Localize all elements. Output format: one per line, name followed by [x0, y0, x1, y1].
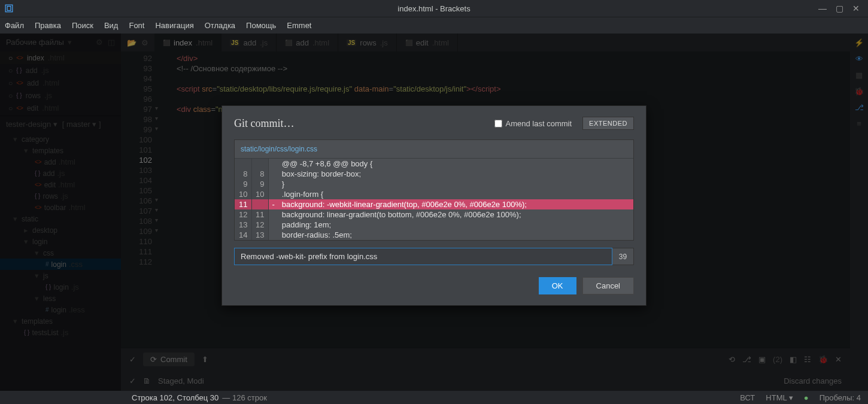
language-picker[interactable]: HTML ▾	[766, 393, 793, 402]
menu-font[interactable]: Font	[129, 21, 144, 30]
close-button[interactable]: ✕	[849, 4, 863, 13]
maximize-button[interactable]: ▢	[832, 4, 846, 13]
diff-file-path[interactable]: static/login/css/login.css	[235, 140, 633, 159]
status-bar: Строка 102, Столбец 30 — 126 строк ВСТ H…	[0, 391, 868, 404]
ok-button[interactable]: OK	[539, 277, 576, 294]
title-bar: index.html - Brackets — ▢ ✕	[0, 0, 868, 17]
diff-viewer: static/login/css/login.css @@ -8,7 +8,6 …	[234, 139, 634, 241]
extended-button[interactable]: EXTENDED	[582, 117, 634, 130]
app-logo-icon	[4, 3, 14, 14]
git-commit-dialog: Git commit… Amend last commit EXTENDED s…	[221, 105, 647, 306]
menu-файл[interactable]: Файл	[5, 21, 24, 30]
lint-status-icon[interactable]: ●	[804, 393, 809, 402]
cancel-button[interactable]: Cancel	[582, 277, 634, 294]
menu-навигация[interactable]: Навигация	[155, 21, 193, 30]
menu-поиск[interactable]: Поиск	[72, 21, 93, 30]
amend-checkbox[interactable]: Amend last commit	[494, 119, 572, 128]
insert-mode[interactable]: ВСТ	[740, 393, 755, 402]
modal-overlay: Git commit… Amend last commit EXTENDED s…	[0, 34, 868, 391]
window-title: index.html - Brackets	[0, 4, 868, 13]
svg-rect-1	[7, 7, 11, 11]
menu-вид[interactable]: Вид	[104, 21, 119, 30]
menu-отладка[interactable]: Отладка	[205, 21, 235, 30]
menu-emmet[interactable]: Emmet	[287, 21, 311, 30]
menu-bar: ФайлПравкаПоискВидFontНавигацияОтладкаПо…	[0, 17, 868, 34]
menu-помощь[interactable]: Помощь	[246, 21, 276, 30]
char-count: 39	[612, 248, 634, 265]
minimize-button[interactable]: —	[815, 4, 830, 13]
dialog-title: Git commit…	[234, 117, 295, 130]
indent-picker[interactable]: Пробелы: 4	[820, 393, 861, 402]
commit-message-input[interactable]	[234, 248, 612, 265]
menu-правка[interactable]: Правка	[35, 21, 61, 30]
